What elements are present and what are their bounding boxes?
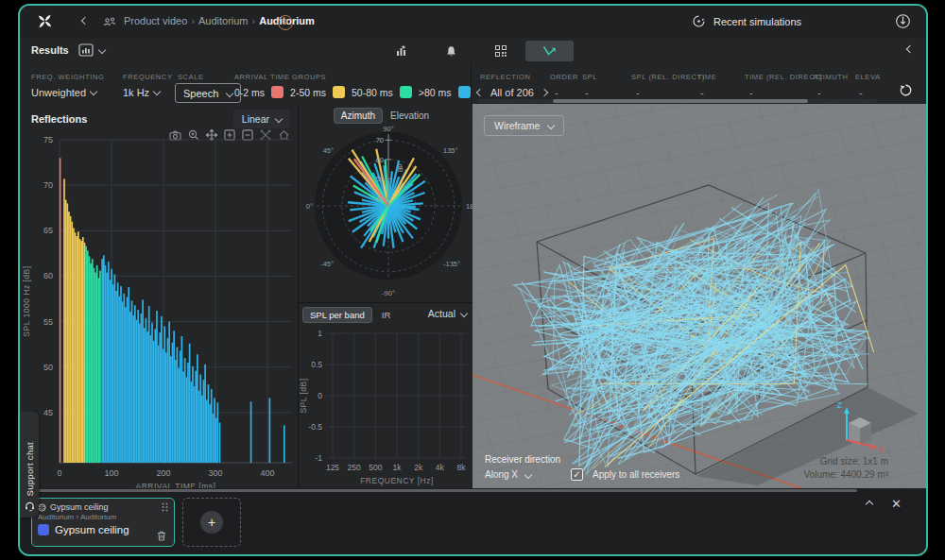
polar-chart[interactable]: 40506070dB90°45°0°-45°-90°-135°180135° (298, 125, 473, 302)
svg-text:SPL [dB]: SPL [dB] (299, 378, 308, 413)
add-icon: + (200, 511, 223, 534)
recent-simulations-label: Recent simulations (713, 16, 801, 27)
svg-text:400: 400 (261, 468, 275, 478)
results-layout-dropdown[interactable] (78, 43, 105, 57)
group-label: 2-50 ms (290, 87, 326, 98)
close-bottom-panel-button[interactable]: ✕ (891, 497, 902, 511)
back-button[interactable] (82, 18, 88, 24)
chevron-down-icon (98, 46, 106, 54)
reflections-panel: Reflections Linear 757065605550450100200… (20, 104, 299, 488)
share-results-button[interactable] (895, 13, 911, 29)
group-swatch-late[interactable] (458, 86, 471, 98)
svg-text:1: 1 (318, 329, 322, 338)
spl-mode-dropdown[interactable]: Actual (428, 308, 467, 319)
group-swatch-mid[interactable] (400, 86, 412, 98)
freq-weighting-label: FREQ. WEIGHTING (31, 73, 104, 81)
next-reflection-button[interactable] (541, 89, 548, 96)
viewport-3d[interactable]: Z X Wireframe Receiver direction Along X… (472, 104, 926, 488)
support-chat-tab[interactable]: Support chat (20, 412, 39, 518)
volume-text: Volume: 4400.29 m³ (804, 468, 889, 482)
receiver-direction-select[interactable]: Along X (485, 469, 518, 480)
view-heatmap-button[interactable] (476, 41, 524, 61)
filter-scrollbar[interactable] (477, 99, 878, 103)
arrival-time-groups: 0-2 ms 2-50 ms 50-80 ms >80 ms (234, 86, 471, 98)
col-time-label: TIME (697, 73, 716, 81)
grid-size-text: Grid size: 1x1 m (804, 455, 889, 468)
tab-spl-per-band[interactable]: SPL per band (303, 308, 371, 322)
apply-all-checkbox[interactable]: ✓ (571, 468, 583, 481)
spl-per-band-chart[interactable]: 10.50-0.5-11252505001k2k4k8kFREQUENCY [H… (298, 329, 473, 488)
reflections-chart[interactable]: 757065605550450100200300400ARRIVAL TIME … (20, 104, 298, 488)
delete-icon[interactable] (157, 531, 166, 541)
filter-scrollbar-thumb[interactable] (553, 99, 808, 103)
recent-simulations-button[interactable]: Recent simulations (692, 14, 801, 28)
status-badge[interactable] (278, 15, 293, 30)
reflection-label: REFLECTION (480, 73, 531, 81)
chevron-down-icon (226, 89, 233, 96)
prev-reflection-button[interactable] (476, 89, 484, 96)
main-area: Reflections Linear 757065605550450100200… (20, 104, 926, 488)
view-reflections-button[interactable] (525, 41, 574, 61)
svg-text:55: 55 (43, 317, 53, 327)
materials-panel: Gypsum ceiling Auditorium › Auditorium G… (20, 488, 926, 554)
frequency-select[interactable]: 1k Hz (123, 87, 160, 98)
chevron-down-icon (153, 88, 161, 95)
checkbox-check: ✓ (573, 469, 580, 480)
freq-weighting-select[interactable]: Unweighted (31, 87, 96, 98)
drag-handle-icon[interactable] (162, 502, 168, 512)
render-mode-dropdown[interactable]: Wireframe (484, 115, 564, 136)
viewport-canvas[interactable]: Z X (472, 104, 926, 488)
svg-text:2k: 2k (414, 463, 423, 472)
group-label: 50-80 ms (352, 87, 393, 98)
svg-text:dB: dB (396, 163, 404, 172)
scale-select[interactable]: Speech (175, 83, 241, 103)
col-time-rel-value: - (749, 87, 753, 98)
material-sphere-icon (38, 503, 46, 512)
view-auralization-button[interactable] (427, 41, 475, 61)
svg-text:-90°: -90° (382, 289, 395, 297)
shared-users-icon[interactable] (103, 15, 116, 27)
col-spl-rel-value: - (636, 87, 640, 98)
breadcrumb-part[interactable]: Product video (124, 15, 187, 26)
viewport-info: Grid size: 1x1 m Volume: 4400.29 m³ (804, 455, 889, 482)
svg-text:300: 300 (209, 468, 223, 478)
results-label: Results (31, 44, 69, 56)
apply-all-label: Apply to all receivers (593, 469, 679, 480)
gizmo-z-label: Z (837, 400, 843, 410)
reflection-value: All of 206 (490, 87, 534, 98)
result-view-switcher (378, 41, 574, 61)
group-label: >80 ms (419, 87, 452, 98)
view-statistics-button[interactable] (378, 41, 426, 61)
svg-text:-45°: -45° (320, 260, 334, 268)
material-card-gypsum[interactable]: Gypsum ceiling Auditorium › Auditorium G… (31, 498, 175, 547)
group-swatch-early[interactable] (333, 86, 345, 98)
collapse-panel-button[interactable] (907, 46, 913, 52)
material-color-swatch[interactable] (38, 524, 49, 535)
col-time-value: - (700, 87, 704, 98)
collapse-bottom-panel-button[interactable] (867, 501, 872, 507)
add-material-card[interactable]: + (182, 498, 241, 547)
breadcrumb-part[interactable]: Auditorium (198, 15, 249, 26)
filter-bar: FREQ. WEIGHTING Unweighted FREQUENCY 1k … (20, 64, 926, 105)
support-chat-label: Support chat (25, 442, 35, 496)
tab-elevation[interactable]: Elevation (384, 109, 436, 123)
svg-text:75: 75 (43, 135, 53, 144)
chevron-down-icon (460, 310, 468, 317)
tab-ir[interactable]: IR (375, 308, 398, 322)
svg-text:8k: 8k (457, 463, 467, 472)
gizmo-x-label: X (879, 445, 885, 454)
app-logo[interactable] (36, 12, 54, 30)
group-swatch-direct[interactable] (271, 86, 284, 98)
tab-azimuth[interactable]: Azimuth (335, 109, 382, 123)
receiver-direction-label: Receiver direction (485, 454, 560, 465)
bottom-scrollbar-thumb[interactable] (31, 489, 857, 492)
svg-text:1k: 1k (393, 463, 403, 472)
svg-text:0: 0 (318, 391, 322, 400)
reflection-stepper: All of 206 (477, 87, 547, 98)
reset-filters-button[interactable] (899, 83, 913, 97)
svg-text:250: 250 (348, 463, 361, 472)
divider (471, 64, 472, 104)
chevron-down-icon (90, 88, 97, 95)
history-icon (692, 14, 706, 28)
svg-text:0.5: 0.5 (311, 360, 322, 369)
